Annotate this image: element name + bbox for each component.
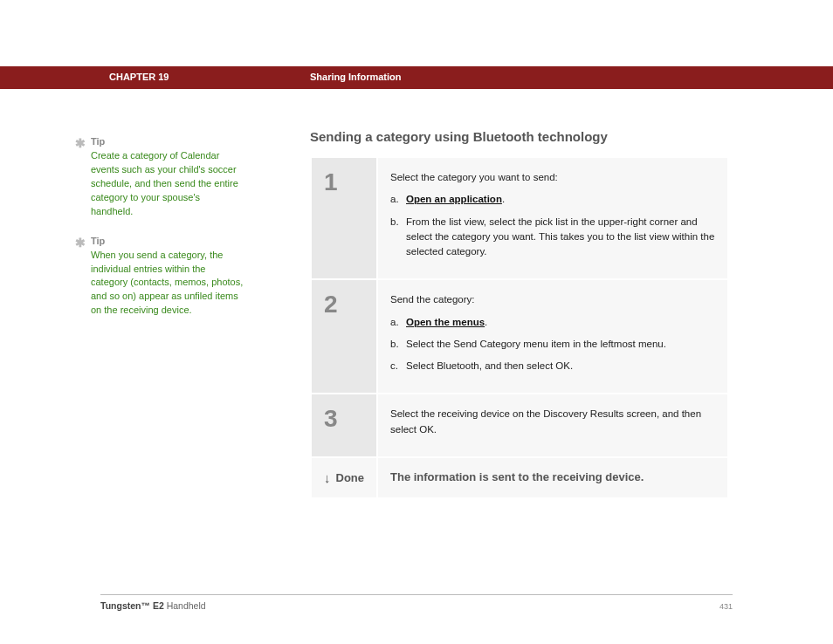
asterisk-icon: ✱ bbox=[75, 234, 86, 251]
done-text-cell: The information is sent to the receiving… bbox=[377, 457, 728, 498]
done-arrow-icon: ↓ bbox=[324, 470, 331, 485]
step-number: 1 bbox=[311, 157, 377, 279]
sidebar-tips: ✱ Tip Create a category of Calendar even… bbox=[91, 135, 244, 333]
step-number: 3 bbox=[311, 394, 377, 457]
chapter-label: CHAPTER 19 bbox=[109, 72, 169, 82]
substep: b. From the list view, select the pick l… bbox=[390, 215, 715, 260]
step-body: Select the receiving device on the Disco… bbox=[377, 394, 728, 457]
tip-body: When you send a category, the individual… bbox=[91, 249, 244, 319]
step-body: Send the category: a. Open the menus. b.… bbox=[377, 279, 728, 394]
substep: a. Open an application. bbox=[390, 192, 715, 207]
tip-block: ✱ Tip When you send a category, the indi… bbox=[91, 235, 244, 319]
tip-body: Create a category of Calendar events suc… bbox=[91, 149, 244, 219]
substep: a. Open the menus. bbox=[390, 315, 715, 330]
step-number: 2 bbox=[311, 279, 377, 394]
page-number: 431 bbox=[719, 602, 733, 611]
step-body: Select the category you want to send: a.… bbox=[377, 157, 728, 279]
asterisk-icon: ✱ bbox=[75, 134, 86, 152]
footer-divider bbox=[100, 594, 733, 595]
step-intro: Send the category: bbox=[390, 292, 715, 307]
done-cell: ↓ Done bbox=[311, 457, 377, 498]
substep: c. Select Bluetooth, and then select OK. bbox=[390, 359, 715, 373]
open-menus-link[interactable]: Open the menus bbox=[406, 317, 485, 327]
done-row: ↓ Done The information is sent to the re… bbox=[311, 457, 728, 498]
step-row: 1 Select the category you want to send: … bbox=[311, 157, 728, 279]
tip-label: ✱ Tip bbox=[91, 235, 244, 249]
substep: b. Select the Send Category menu item in… bbox=[390, 337, 715, 352]
done-label: Done bbox=[336, 471, 365, 484]
section-title: Sending a category using Bluetooth techn… bbox=[310, 129, 729, 144]
main-content: Sending a category using Bluetooth techn… bbox=[310, 129, 729, 499]
step-row: 2 Send the category: a. Open the menus. … bbox=[311, 279, 728, 394]
steps-table: 1 Select the category you want to send: … bbox=[310, 156, 729, 499]
done-text: The information is sent to the receiving… bbox=[390, 470, 644, 483]
step-row: 3 Select the receiving device on the Dis… bbox=[311, 394, 728, 457]
tip-block: ✱ Tip Create a category of Calendar even… bbox=[91, 135, 244, 219]
step-intro: Select the receiving device on the Disco… bbox=[390, 407, 715, 437]
chapter-title: Sharing Information bbox=[310, 72, 402, 82]
chapter-header: CHAPTER 19 Sharing Information bbox=[0, 66, 833, 89]
tip-label: ✱ Tip bbox=[91, 135, 244, 149]
step-intro: Select the category you want to send: bbox=[390, 170, 715, 185]
footer-product: Tungsten™ E2 Handheld bbox=[100, 600, 206, 611]
open-application-link[interactable]: Open an application bbox=[406, 194, 502, 204]
